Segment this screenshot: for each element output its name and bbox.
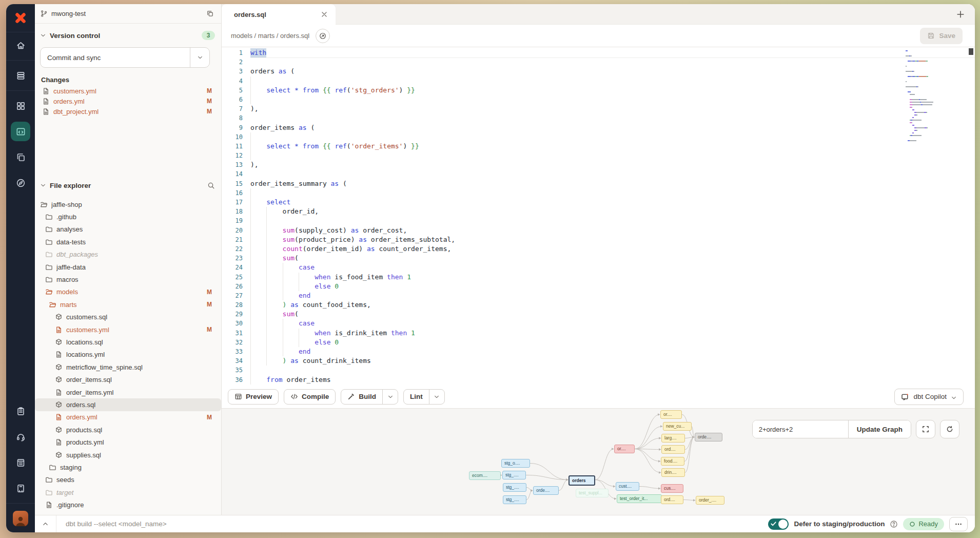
- chevron-down-icon: [951, 394, 957, 400]
- tree-item-orders-sql[interactable]: orders.sql: [35, 398, 221, 411]
- dbt-copilot-button[interactable]: dbt Copilot: [894, 389, 964, 405]
- minimap[interactable]: [906, 50, 947, 145]
- lint-dropdown-toggle[interactable]: [429, 390, 444, 404]
- reader-icon[interactable]: [11, 478, 30, 498]
- changed-file-row[interactable]: orders.ymlM: [35, 96, 221, 106]
- help-icon[interactable]: [890, 520, 898, 528]
- scrollbar-thumb[interactable]: [969, 48, 973, 55]
- tree-item-jaffle-shop[interactable]: jaffle-shop: [35, 198, 221, 210]
- build-dropdown-toggle[interactable]: [382, 390, 398, 404]
- tree-item--gitignore[interactable]: .gitignore: [35, 498, 221, 511]
- tree-item-order-items-yml[interactable]: order_items.yml: [35, 386, 221, 398]
- tree-item-customers-yml[interactable]: customers.ymlM: [35, 323, 221, 336]
- tree-item--github[interactable]: .github: [35, 210, 221, 223]
- lineage-node[interactable]: cust....: [616, 482, 639, 491]
- branch-selector[interactable]: mwong-test: [35, 4, 221, 24]
- changed-file-row[interactable]: dbt_project.ymlM: [35, 106, 221, 117]
- defer-toggle[interactable]: [768, 518, 789, 530]
- modified-badge: M: [207, 326, 212, 333]
- tree-item-locations-sql[interactable]: locations.sql: [35, 336, 221, 348]
- tree-item-label: seeds: [56, 476, 212, 484]
- lineage-selector-input[interactable]: [753, 420, 848, 438]
- tree-item-macros[interactable]: macros: [35, 273, 221, 285]
- lineage-node[interactable]: or....: [614, 445, 635, 453]
- tab-orders-sql[interactable]: orders.sql: [222, 4, 336, 25]
- lineage-node[interactable]: ecom....: [469, 471, 501, 480]
- collapse-command-bar-button[interactable]: [35, 515, 56, 532]
- support-icon[interactable]: [11, 427, 30, 447]
- tree-item-supplies-sql[interactable]: supplies.sql: [35, 449, 221, 461]
- preview-button[interactable]: Preview: [228, 389, 279, 405]
- commit-dropdown-toggle[interactable]: [190, 48, 209, 67]
- tree-item-customers-sql[interactable]: customers.sql: [35, 311, 221, 323]
- code-content[interactable]: withorders as (select * from {{ ref('stg…: [250, 47, 975, 385]
- new-tab-button[interactable]: [953, 7, 968, 22]
- tree-item-staging[interactable]: staging: [35, 461, 221, 473]
- lineage-node[interactable]: order_....: [696, 496, 724, 505]
- tree-item-orders-yml[interactable]: orders.ymlM: [35, 411, 221, 424]
- open-lineage-icon-button[interactable]: [316, 29, 330, 43]
- lineage-node[interactable]: new_cu...: [663, 422, 692, 431]
- apps-grid-icon[interactable]: [11, 96, 30, 116]
- save-button[interactable]: Save: [920, 28, 963, 44]
- lint-button[interactable]: Lint: [403, 389, 445, 405]
- file-explorer-header[interactable]: File explorer: [35, 178, 221, 193]
- tree-item-seeds[interactable]: seeds: [35, 474, 221, 486]
- tree-item-jaffle-data[interactable]: jaffle-data: [35, 261, 221, 273]
- tree-item-locations-yml[interactable]: locations.yml: [35, 349, 221, 361]
- lineage-node[interactable]: or....: [660, 410, 682, 419]
- more-options-button[interactable]: [949, 517, 968, 531]
- update-graph-button[interactable]: Update Graph: [848, 420, 911, 438]
- lineage-node[interactable]: ord....: [661, 445, 685, 454]
- develop-ide-icon[interactable]: [11, 122, 30, 141]
- tree-item-products-sql[interactable]: products.sql: [35, 424, 221, 436]
- clipboard-icon[interactable]: [11, 401, 30, 421]
- lineage-node[interactable]: stg_o....: [501, 459, 530, 468]
- code-editor[interactable]: 1234567891011121314151617181920212223242…: [222, 47, 975, 385]
- commit-and-sync-button[interactable]: Commit and sync: [40, 47, 210, 68]
- refresh-icon-button[interactable]: [940, 420, 959, 438]
- tree-item-order-items-sql[interactable]: order_items.sql: [35, 373, 221, 386]
- copy-branch-icon[interactable]: [206, 10, 214, 17]
- code-line: when is_drink_item then 1: [250, 329, 975, 338]
- environments-icon[interactable]: [11, 66, 30, 85]
- lineage-node[interactable]: stg_....: [503, 495, 526, 504]
- user-avatar[interactable]: [13, 511, 28, 526]
- fullscreen-icon-button[interactable]: [916, 420, 935, 438]
- close-tab-icon[interactable]: [320, 10, 328, 18]
- line-number: 19: [222, 216, 250, 225]
- search-icon[interactable]: [207, 182, 215, 189]
- command-input[interactable]: dbt build --select <model_name>: [56, 520, 768, 528]
- tree-item-products-yml[interactable]: products.yml: [35, 436, 221, 448]
- lineage-node[interactable]: stg_....: [503, 483, 526, 492]
- version-control-header[interactable]: Version control 3: [35, 28, 221, 43]
- build-button[interactable]: Build: [341, 389, 398, 405]
- tree-item-marts[interactable]: martsM: [35, 298, 221, 311]
- lineage-node[interactable]: food....: [661, 457, 684, 466]
- tree-item-dbt-packages[interactable]: dbt_packages: [35, 248, 221, 261]
- lineage-node[interactable]: larg....: [661, 434, 685, 443]
- modified-badge: M: [207, 301, 212, 308]
- tree-item-data-tests[interactable]: data-tests: [35, 236, 221, 248]
- tree-item-analyses[interactable]: analyses: [35, 223, 221, 236]
- home-icon[interactable]: [11, 35, 30, 55]
- lineage-node[interactable]: orders: [569, 475, 595, 486]
- changed-file-row[interactable]: customers.ymlM: [35, 86, 221, 96]
- lineage-node[interactable]: drin....: [661, 468, 685, 477]
- lineage-node[interactable]: test_suppl...: [576, 489, 609, 497]
- tree-item-models[interactable]: modelsM: [35, 286, 221, 298]
- editor-toolbar: Preview Compile Build Lint: [222, 385, 975, 409]
- lineage-node[interactable]: cus....: [661, 484, 683, 493]
- lineage-node[interactable]: stg_....: [502, 471, 526, 479]
- lineage-node[interactable]: orde....: [695, 433, 722, 441]
- dbt-logo-icon[interactable]: [6, 4, 35, 32]
- lineage-node[interactable]: test_order_it...: [617, 494, 662, 503]
- tree-item-target[interactable]: target: [35, 486, 221, 498]
- explore-icon[interactable]: [11, 173, 30, 193]
- compile-button[interactable]: Compile: [284, 389, 336, 405]
- lineage-node[interactable]: orde....: [533, 486, 559, 495]
- tree-item-metricflow-time-spine-sql[interactable]: metricflow_time_spine.sql: [35, 361, 221, 373]
- docs-icon[interactable]: [11, 453, 30, 472]
- sessions-icon[interactable]: [11, 147, 30, 167]
- lineage-node[interactable]: ord....: [661, 495, 683, 504]
